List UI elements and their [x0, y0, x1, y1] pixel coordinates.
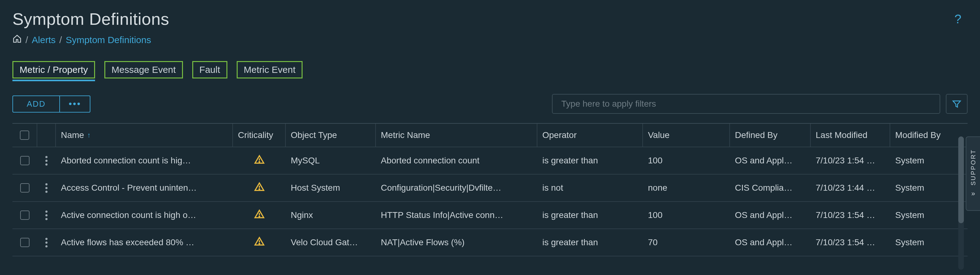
cell-operator: is not [538, 183, 643, 193]
cell-last-modified: 7/10/23 1:54 … [811, 156, 890, 166]
col-object-type[interactable]: Object Type [286, 124, 376, 147]
col-last-modified[interactable]: Last Modified [811, 124, 890, 147]
cell-modified-by: System [890, 183, 967, 193]
cell-name: Aborted connection count is hig… [56, 156, 233, 166]
action-button-group: ADD ••• [13, 95, 91, 112]
breadcrumb: / Alerts / Symptom Definitions [13, 34, 967, 46]
scrollbar-thumb[interactable] [958, 136, 964, 223]
cell-object-type: Velo Cloud Gat… [286, 237, 376, 247]
support-label: SUPPORT [970, 149, 977, 185]
add-button[interactable]: ADD [13, 96, 60, 112]
cell-criticality [233, 236, 286, 249]
cell-defined-by: CIS Complia… [730, 183, 811, 193]
tab-metric-property[interactable]: Metric / Property [13, 61, 95, 79]
help-icon[interactable]: ? [955, 12, 967, 26]
page-title: Symptom Definitions [13, 9, 169, 28]
select-all-checkbox[interactable] [20, 131, 29, 140]
svg-point-1 [259, 161, 260, 162]
tab-metric-event[interactable]: Metric Event [237, 61, 303, 79]
cell-defined-by: OS and Appl… [730, 237, 811, 247]
cell-metric-name: HTTP Status Info|Active conn… [376, 210, 538, 220]
cell-value: 100 [643, 156, 730, 166]
cell-metric-name: Aborted connection count [376, 156, 538, 166]
row-checkbox[interactable] [20, 156, 30, 165]
cell-last-modified: 7/10/23 1:54 … [811, 210, 890, 220]
row-menu-icon[interactable] [45, 183, 48, 193]
warning-icon [254, 209, 265, 222]
cell-value: 100 [643, 210, 730, 220]
symptom-table: Name ↑ Criticality Object Type Metric Na… [13, 123, 967, 256]
table-header-row: Name ↑ Criticality Object Type Metric Na… [13, 124, 967, 147]
svg-point-7 [259, 243, 260, 244]
cell-modified-by: System [890, 237, 967, 247]
table-row[interactable]: Active connection count is high o…NginxH… [13, 202, 967, 229]
cell-defined-by: OS and Appl… [730, 210, 811, 220]
chevron-left-icon: « [971, 190, 975, 198]
row-checkbox[interactable] [20, 238, 30, 247]
table-row[interactable]: Active flows has exceeded 80% …Velo Clou… [13, 229, 967, 256]
cell-criticality [233, 209, 286, 222]
row-checkbox[interactable] [20, 210, 30, 220]
cell-name: Active connection count is high o… [56, 210, 233, 220]
cell-object-type: MySQL [286, 156, 376, 166]
tab-fault[interactable]: Fault [192, 61, 228, 79]
col-modified-by[interactable]: Modified By [890, 124, 967, 147]
col-defined-by[interactable]: Defined By [730, 124, 811, 147]
cell-metric-name: NAT|Active Flows (%) [376, 237, 538, 247]
breadcrumb-separator: / [25, 35, 28, 45]
col-name[interactable]: Name ↑ [56, 124, 233, 147]
cell-criticality [233, 182, 286, 194]
row-checkbox[interactable] [20, 183, 30, 193]
cell-operator: is greater than [538, 156, 643, 166]
support-tab[interactable]: SUPPORT « [966, 136, 980, 211]
breadcrumb-current[interactable]: Symptom Definitions [65, 35, 151, 45]
warning-icon [254, 236, 265, 249]
cell-name: Access Control - Prevent uninten… [56, 183, 233, 193]
cell-name: Active flows has exceeded 80% … [56, 237, 233, 247]
home-icon[interactable] [13, 34, 22, 46]
filter-icon[interactable] [946, 94, 967, 114]
tab-message-event[interactable]: Message Event [104, 61, 183, 79]
cell-object-type: Host System [286, 183, 376, 193]
cell-last-modified: 7/10/23 1:44 … [811, 183, 890, 193]
breadcrumb-separator: / [59, 35, 62, 45]
breadcrumb-alerts[interactable]: Alerts [32, 35, 56, 45]
col-value[interactable]: Value [643, 124, 730, 147]
table-row[interactable]: Access Control - Prevent uninten…Host Sy… [13, 175, 967, 202]
table-row[interactable]: Aborted connection count is hig…MySQLAbo… [13, 147, 967, 175]
svg-point-5 [259, 216, 260, 217]
cell-modified-by: System [890, 156, 967, 166]
cell-object-type: Nginx [286, 210, 376, 220]
vertical-scrollbar[interactable] [958, 136, 964, 270]
col-operator[interactable]: Operator [538, 124, 643, 147]
cell-modified-by: System [890, 210, 967, 220]
col-criticality[interactable]: Criticality [233, 124, 286, 147]
warning-icon [254, 154, 265, 167]
row-menu-icon[interactable] [45, 238, 48, 247]
tabs: Metric / Property Message Event Fault Me… [13, 61, 967, 79]
row-menu-icon[interactable] [45, 156, 48, 166]
cell-defined-by: OS and Appl… [730, 156, 811, 166]
sort-asc-icon: ↑ [87, 131, 91, 139]
filter-input[interactable] [552, 94, 940, 114]
cell-operator: is greater than [538, 210, 643, 220]
row-menu-icon[interactable] [45, 210, 48, 220]
cell-operator: is greater than [538, 237, 643, 247]
cell-metric-name: Configuration|Security|Dvfilte… [376, 183, 538, 193]
cell-criticality [233, 154, 286, 167]
col-metric-name[interactable]: Metric Name [376, 124, 538, 147]
col-name-label: Name [61, 130, 84, 140]
cell-value: none [643, 183, 730, 193]
more-actions-button[interactable]: ••• [60, 96, 90, 112]
warning-icon [254, 182, 265, 194]
cell-last-modified: 7/10/23 1:54 … [811, 237, 890, 247]
cell-value: 70 [643, 237, 730, 247]
svg-point-3 [259, 188, 260, 189]
